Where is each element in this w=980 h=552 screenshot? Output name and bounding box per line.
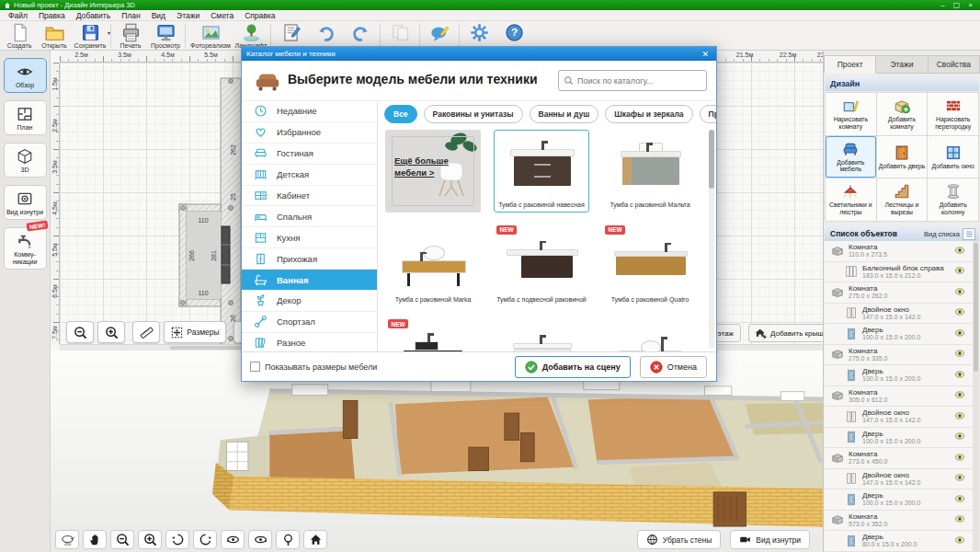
toolbar-new-doc-button[interactable]: Создать — [2, 22, 37, 49]
panel-tab[interactable]: Этажи — [876, 55, 928, 74]
category-gym[interactable]: Спортзал — [242, 312, 377, 333]
menu-item[interactable]: Вид — [146, 11, 171, 20]
scrollbar-thumb[interactable] — [974, 243, 978, 372]
object-list-item[interactable]: Дверь80.0 x 15.0 x 200.0 — [825, 531, 973, 552]
zoom-in-button[interactable] — [138, 530, 162, 549]
minimize-icon[interactable]: – — [940, 1, 944, 9]
menu-item[interactable]: Этажи — [171, 11, 205, 20]
design-stairs-button[interactable]: Лестницы и вырезы — [877, 178, 928, 221]
close-icon[interactable]: × — [968, 1, 973, 9]
toolbar-monitor-button[interactable]: Просмотр — [148, 22, 183, 49]
design-wall-brick-button[interactable]: Нарисовать перегородку — [928, 93, 978, 135]
filter-pill[interactable]: Прочее — [700, 105, 716, 123]
visibility-eye-icon[interactable] — [954, 284, 965, 301]
toolbar-comment-edit-button[interactable] — [422, 22, 457, 42]
category-sofa-cat[interactable]: Гостиная — [242, 144, 377, 165]
maximize-icon[interactable]: ▢ — [953, 1, 961, 9]
visibility-eye-icon[interactable] — [954, 387, 965, 404]
toolbar-landscape-button[interactable]: Ландшафт — [234, 22, 268, 49]
menu-item[interactable]: Смета — [205, 11, 239, 20]
visibility-eye-icon[interactable] — [954, 429, 965, 445]
category-kitchen[interactable]: Кухня — [242, 227, 377, 248]
design-column-button[interactable]: Добавить колонну — [928, 178, 978, 221]
walls-globe-button[interactable]: Убрать стены — [637, 530, 722, 549]
toolbar-save-button[interactable]: Сохранить▾ — [72, 22, 108, 49]
design-draw-room-button[interactable]: Нарисовать комнату — [826, 93, 876, 135]
toolbar-estimate-button[interactable] — [273, 22, 308, 42]
object-list-item[interactable]: Двойное окно147.0 x 15.0 x 142.0 — [825, 469, 973, 490]
object-list-item[interactable]: Балконный блок справа183.0 x 15.0 x 212.… — [825, 262, 973, 283]
filter-pill[interactable]: Ванны и душ — [530, 105, 599, 123]
toolbar-open-folder-button[interactable]: Открыть — [37, 22, 72, 49]
visibility-eye-icon[interactable] — [954, 470, 965, 487]
dropdown-arrow-icon[interactable]: ▾ — [108, 29, 110, 36]
search-input[interactable] — [577, 76, 701, 86]
product-tile[interactable]: Тумба с раковиной Мальта — [602, 130, 698, 213]
sidebar-item-eye[interactable]: Обзор — [4, 58, 47, 93]
visibility-eye-icon[interactable] — [954, 346, 965, 362]
visibility-eye-icon[interactable] — [954, 512, 965, 528]
object-list-item[interactable]: Дверь100.0 x 15.0 x 200.0 — [825, 428, 973, 449]
visibility-eye-icon[interactable] — [954, 491, 965, 508]
panel-tab[interactable]: Проект — [824, 55, 876, 74]
sidebar-item-plan2d[interactable]: План — [4, 100, 47, 135]
rot-cw-button[interactable] — [193, 530, 217, 549]
toolbar-photoreal-button[interactable]: Фотореализм — [188, 22, 234, 49]
hand-button[interactable] — [83, 530, 107, 549]
object-list-item[interactable]: Комната275.0 x 335.0 — [825, 345, 973, 366]
toolbar-help-button[interactable]: ? — [496, 22, 531, 42]
catalog-scrollbar[interactable] — [709, 130, 714, 349]
filter-pill[interactable]: Раковины и унитазы — [424, 105, 523, 123]
product-tile[interactable]: Тумба с раковиной навесная — [494, 130, 589, 213]
more-furniture-banner[interactable]: Ещё большемебели > — [385, 130, 481, 213]
design-add-room-button[interactable]: Добавить комнату — [877, 93, 928, 135]
product-tile[interactable]: NEWТумба с подвесной раковиной — [494, 224, 589, 307]
category-bath[interactable]: Ванная — [242, 270, 377, 291]
cancel-button[interactable]: Отмена — [640, 356, 707, 378]
filter-pill[interactable]: Шкафы и зеркала — [605, 105, 692, 123]
visibility-eye-icon[interactable] — [954, 326, 965, 342]
category-clock[interactable]: Недавние — [242, 101, 377, 122]
show-sizes-checkbox[interactable]: Показывать размеры мебели — [250, 362, 377, 372]
object-list-item[interactable]: Комната273.0 x 450.0 — [825, 448, 973, 469]
add-roof-button[interactable]: Добавить крышу — [748, 324, 823, 342]
visibility-eye-icon[interactable] — [954, 243, 965, 259]
toolbar-printer-button[interactable]: Печать — [113, 22, 148, 49]
sidebar-item-interior[interactable]: Вид изнутри — [4, 185, 47, 220]
visibility-eye-icon[interactable] — [954, 367, 965, 384]
object-list-item[interactable]: Комната305.0 x 612.0 — [825, 386, 973, 408]
orbit-l-button[interactable] — [221, 530, 245, 549]
menu-item[interactable]: Добавить — [71, 11, 117, 20]
menu-item[interactable]: Правка — [33, 11, 71, 20]
object-list-item[interactable]: Дверь100.0 x 15.0 x 200.0 — [825, 324, 973, 345]
design-furniture-button[interactable]: Добавить мебель — [826, 136, 876, 178]
filter-pill[interactable]: Все — [384, 105, 417, 123]
add-to-scene-button[interactable]: Добавить на сцену — [515, 356, 631, 378]
visibility-eye-icon[interactable] — [954, 305, 965, 321]
category-heart[interactable]: Избранное — [242, 122, 377, 144]
menu-item[interactable]: Файл — [3, 11, 33, 20]
zoom-out-button[interactable] — [66, 321, 94, 343]
category-decor[interactable]: Декор — [242, 291, 377, 312]
rot-ccw-button[interactable] — [165, 530, 189, 549]
menu-item[interactable]: План — [116, 11, 146, 20]
object-list-item[interactable]: Комната110.0 x 273.5 — [825, 241, 973, 262]
sizes-button[interactable]: Размеры — [164, 321, 226, 343]
object-list-item[interactable]: Комната573.0 x 352.0 — [825, 511, 973, 532]
product-tile[interactable] — [602, 318, 698, 351]
toolbar-settings-button[interactable] — [462, 22, 496, 42]
sidebar-item-cube3d[interactable]: 3D — [4, 143, 47, 178]
home-button[interactable] — [303, 530, 327, 549]
sidebar-item-faucet[interactable]: NEW!Комму-никации — [4, 227, 47, 270]
zoom-in-button[interactable] — [97, 321, 125, 343]
videocam-button[interactable]: Вид изнутри — [730, 530, 810, 549]
object-list-item[interactable]: Дверь100.0 x 15.0 x 200.0 — [825, 365, 973, 386]
scrollbar-thumb[interactable] — [709, 130, 714, 189]
toolbar-redo-button[interactable] — [343, 22, 378, 42]
category-hallway[interactable]: Прихожая — [242, 248, 377, 270]
design-window-button[interactable]: Добавить окно — [928, 136, 978, 178]
rotate360-button[interactable]: 360 — [55, 530, 79, 549]
category-bed[interactable]: Спальня — [242, 206, 377, 227]
catalog-search-box[interactable] — [558, 70, 707, 91]
product-tile[interactable]: NEW — [385, 318, 481, 351]
